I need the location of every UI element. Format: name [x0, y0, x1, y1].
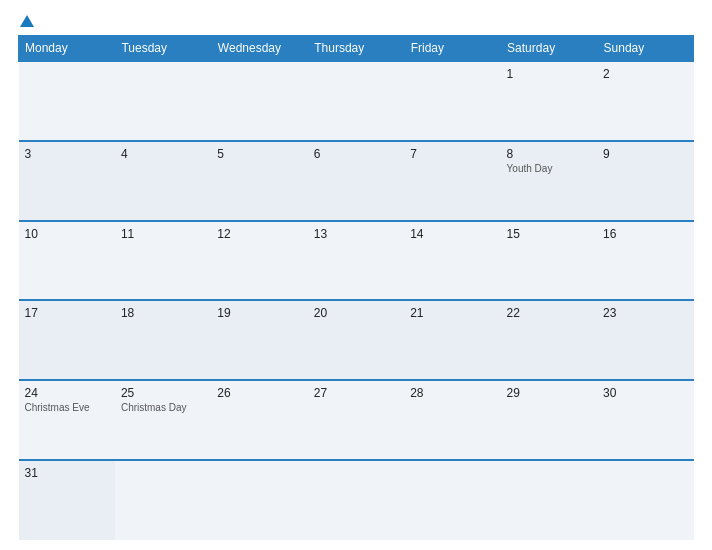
day-number: 13	[314, 227, 398, 241]
calendar-day-cell: 18	[115, 300, 211, 380]
calendar-day-cell: 30	[597, 380, 693, 460]
day-number: 26	[217, 386, 301, 400]
logo	[18, 15, 34, 29]
day-number: 3	[25, 147, 109, 161]
day-number: 15	[507, 227, 591, 241]
calendar-day-cell: 5	[211, 141, 307, 221]
day-number: 2	[603, 67, 687, 81]
day-number: 18	[121, 306, 205, 320]
calendar-day-cell: 23	[597, 300, 693, 380]
calendar-day-cell: 26	[211, 380, 307, 460]
calendar-day-cell: 13	[308, 221, 404, 301]
weekday-header: Tuesday	[115, 36, 211, 62]
calendar-day-cell: 25Christmas Day	[115, 380, 211, 460]
calendar-day-cell: 24Christmas Eve	[19, 380, 115, 460]
calendar-day-cell	[19, 61, 115, 141]
day-number: 19	[217, 306, 301, 320]
calendar-day-cell: 29	[501, 380, 597, 460]
day-number: 17	[25, 306, 109, 320]
day-number: 23	[603, 306, 687, 320]
day-number: 24	[25, 386, 109, 400]
weekday-header: Wednesday	[211, 36, 307, 62]
calendar-day-cell: 17	[19, 300, 115, 380]
day-number: 6	[314, 147, 398, 161]
weekday-header: Sunday	[597, 36, 693, 62]
calendar-day-cell	[211, 61, 307, 141]
day-number: 31	[25, 466, 109, 480]
calendar-day-cell: 2	[597, 61, 693, 141]
day-number: 30	[603, 386, 687, 400]
calendar-week-row: 345678Youth Day9	[19, 141, 694, 221]
calendar-day-cell: 27	[308, 380, 404, 460]
calendar-day-cell: 10	[19, 221, 115, 301]
day-number: 20	[314, 306, 398, 320]
day-number: 7	[410, 147, 494, 161]
calendar-day-cell	[597, 460, 693, 540]
day-number: 16	[603, 227, 687, 241]
top-bar	[18, 15, 694, 29]
calendar-week-row: 10111213141516	[19, 221, 694, 301]
day-number: 29	[507, 386, 591, 400]
event-label: Christmas Eve	[25, 402, 109, 413]
calendar-week-row: 17181920212223	[19, 300, 694, 380]
calendar-day-cell: 28	[404, 380, 500, 460]
calendar-day-cell	[308, 61, 404, 141]
calendar-day-cell: 6	[308, 141, 404, 221]
day-number: 21	[410, 306, 494, 320]
calendar-day-cell: 15	[501, 221, 597, 301]
day-number: 22	[507, 306, 591, 320]
calendar-table: MondayTuesdayWednesdayThursdayFridaySatu…	[18, 35, 694, 540]
calendar-day-cell	[404, 61, 500, 141]
calendar-day-cell: 14	[404, 221, 500, 301]
day-number: 27	[314, 386, 398, 400]
calendar-day-cell	[115, 460, 211, 540]
calendar-day-cell: 7	[404, 141, 500, 221]
calendar-day-cell: 4	[115, 141, 211, 221]
weekday-header: Friday	[404, 36, 500, 62]
weekday-header: Monday	[19, 36, 115, 62]
weekday-header: Saturday	[501, 36, 597, 62]
event-label: Youth Day	[507, 163, 591, 174]
weekday-header-row: MondayTuesdayWednesdayThursdayFridaySatu…	[19, 36, 694, 62]
day-number: 10	[25, 227, 109, 241]
calendar-day-cell	[501, 460, 597, 540]
day-number: 14	[410, 227, 494, 241]
calendar-day-cell: 12	[211, 221, 307, 301]
calendar-day-cell: 20	[308, 300, 404, 380]
event-label: Christmas Day	[121, 402, 205, 413]
day-number: 11	[121, 227, 205, 241]
calendar-day-cell: 21	[404, 300, 500, 380]
calendar-day-cell	[115, 61, 211, 141]
calendar-day-cell: 1	[501, 61, 597, 141]
calendar-day-cell	[404, 460, 500, 540]
calendar-day-cell: 8Youth Day	[501, 141, 597, 221]
calendar-day-cell: 3	[19, 141, 115, 221]
calendar-day-cell	[308, 460, 404, 540]
calendar-week-row: 12	[19, 61, 694, 141]
day-number: 9	[603, 147, 687, 161]
calendar-week-row: 24Christmas Eve25Christmas Day2627282930	[19, 380, 694, 460]
day-number: 4	[121, 147, 205, 161]
day-number: 5	[217, 147, 301, 161]
day-number: 12	[217, 227, 301, 241]
day-number: 1	[507, 67, 591, 81]
day-number: 25	[121, 386, 205, 400]
calendar-day-cell: 9	[597, 141, 693, 221]
weekday-header: Thursday	[308, 36, 404, 62]
day-number: 8	[507, 147, 591, 161]
calendar-day-cell: 31	[19, 460, 115, 540]
calendar-day-cell: 16	[597, 221, 693, 301]
calendar-day-cell: 22	[501, 300, 597, 380]
calendar-day-cell	[211, 460, 307, 540]
calendar-day-cell: 11	[115, 221, 211, 301]
calendar-week-row: 31	[19, 460, 694, 540]
logo-triangle-icon	[20, 15, 34, 27]
calendar-day-cell: 19	[211, 300, 307, 380]
day-number: 28	[410, 386, 494, 400]
